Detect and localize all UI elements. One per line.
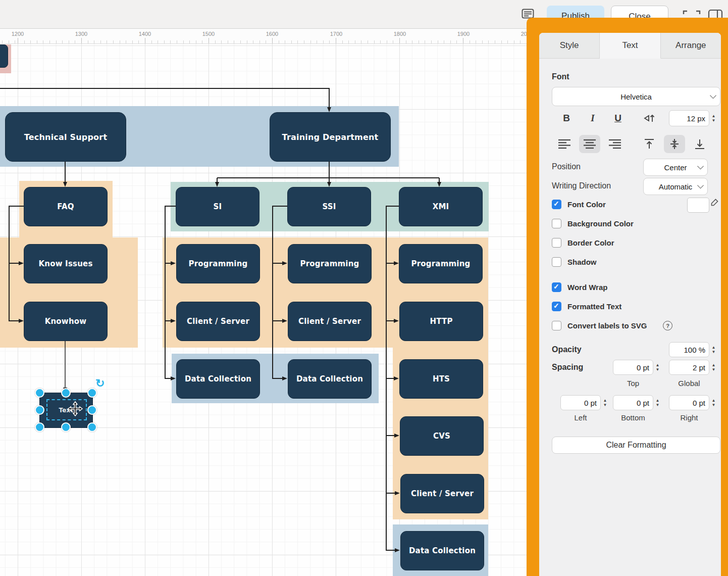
ruler-tick: 1600 (261, 31, 283, 37)
node-xmi-data-collection[interactable]: Data Collection (400, 531, 484, 570)
tab-text[interactable]: Text (600, 33, 660, 59)
underline-button[interactable]: U (611, 111, 625, 125)
chevron-down-icon (710, 92, 716, 99)
resize-handle-nw[interactable] (35, 388, 44, 398)
font-color-checkbox[interactable] (552, 200, 561, 209)
align-center-button[interactable] (579, 135, 600, 153)
node-faq[interactable]: FAQ (24, 187, 108, 226)
border-color-label: Border Color (567, 238, 614, 247)
font-family-select[interactable]: Helvetica (552, 87, 720, 106)
spacing-bottom-stepper[interactable]: ▲▼ (654, 395, 661, 410)
node-cutoff-left[interactable] (0, 44, 8, 68)
opacity-input[interactable]: 100 % (669, 342, 709, 357)
word-wrap-checkbox[interactable] (552, 282, 561, 292)
node-xmi[interactable]: XMI (399, 187, 483, 226)
node-ssi[interactable]: SSI (287, 187, 371, 226)
position-label: Position (552, 162, 581, 171)
spacing-global-stepper[interactable]: ▲▼ (710, 360, 717, 375)
node-si-data-collection[interactable]: Data Collection (176, 359, 260, 399)
shadow-checkbox[interactable] (552, 257, 561, 267)
formatted-text-checkbox[interactable] (552, 302, 561, 311)
font-size-input[interactable]: 12 px (669, 110, 709, 126)
spacing-global-input[interactable]: 2 pt (669, 360, 709, 375)
spacing-global-caption: Global (669, 379, 709, 388)
node-si-client-server[interactable]: Client / Server (176, 302, 260, 341)
border-color-checkbox[interactable] (552, 238, 561, 248)
resize-handle-sw[interactable] (35, 422, 44, 432)
node-cvs[interactable]: CVS (400, 416, 484, 456)
ruler-tick: 1400 (134, 31, 156, 37)
font-color-swatch[interactable] (687, 198, 709, 213)
valign-bottom-button[interactable] (689, 135, 710, 153)
spacing-top-stepper[interactable]: ▲▼ (654, 360, 661, 375)
tutorial-highlight-frame: Style Text Arrange Font Helvetica B I U … (527, 18, 728, 576)
spacing-left-stepper[interactable]: ▲▼ (602, 395, 608, 410)
node-ssi-programming[interactable]: Programming (288, 244, 372, 283)
format-panel: Style Text Arrange Font Helvetica B I U … (539, 33, 721, 576)
align-left-button[interactable] (554, 135, 575, 153)
horizontal-direction-icon (643, 112, 656, 124)
node-xmi-client-server[interactable]: Client / Server (400, 474, 484, 513)
align-right-button[interactable] (604, 135, 626, 153)
italic-button[interactable]: I (586, 111, 600, 125)
valign-top-button[interactable] (639, 135, 660, 153)
node-hts[interactable]: HTS (399, 359, 483, 399)
help-icon[interactable]: ? (663, 321, 672, 330)
spacing-top-input[interactable]: 0 pt (613, 360, 653, 375)
spacing-right-input[interactable]: 0 pt (669, 395, 709, 410)
eyedropper-icon[interactable] (710, 199, 718, 209)
ruler-tick: 1200 (7, 31, 29, 37)
move-cursor-icon (67, 401, 83, 419)
node-xmi-programming[interactable]: Programming (399, 244, 483, 283)
spacing-bottom-input[interactable]: 0 pt (613, 395, 653, 410)
stepper-down-icon[interactable]: ▼ (712, 350, 716, 354)
writing-direction-button[interactable] (642, 111, 657, 125)
spacing-right-stepper[interactable]: ▲▼ (710, 395, 717, 410)
ruler-tick: 1700 (325, 31, 347, 37)
node-http[interactable]: HTTP (399, 302, 483, 341)
tab-arrange[interactable]: Arrange (661, 33, 721, 58)
stepper-up-icon[interactable]: ▲ (712, 114, 716, 118)
stepper-down-icon[interactable]: ▼ (712, 119, 716, 123)
bold-button[interactable]: B (559, 111, 574, 125)
convert-labels-label: Convert labels to SVG (567, 321, 647, 330)
convert-labels-checkbox[interactable] (552, 321, 561, 330)
node-technical-support[interactable]: Technical Support (5, 112, 126, 162)
panel-tabs: Style Text Arrange (539, 33, 721, 59)
node-training-department[interactable]: Training Department (270, 112, 391, 162)
resize-handle-s[interactable] (61, 422, 71, 432)
font-color-label: Font Color (567, 200, 606, 209)
clear-formatting-button[interactable]: Clear Formatting (552, 437, 720, 454)
rotate-handle-icon[interactable]: ↻ (95, 377, 105, 390)
node-know-issues[interactable]: Know Issues (24, 244, 108, 283)
ruler-tick: 1900 (452, 31, 475, 37)
formatted-text-label: Formatted Text (567, 302, 621, 311)
opacity-stepper[interactable]: ▲▼ (710, 342, 717, 357)
spacing-top-caption: Top (613, 379, 653, 388)
node-si-programming[interactable]: Programming (176, 244, 260, 283)
font-section-label: Font (552, 72, 569, 81)
ruler-tick: 1500 (197, 31, 220, 37)
resize-handle-w[interactable] (35, 405, 44, 415)
valign-middle-button[interactable] (664, 135, 685, 153)
shadow-label: Shadow (567, 258, 597, 266)
background-color-label: Background Color (567, 219, 634, 228)
node-ssi-client-server[interactable]: Client / Server (288, 302, 372, 341)
ruler-tick: 1300 (70, 31, 92, 37)
node-knowhow[interactable]: Knowhow (24, 302, 108, 341)
resize-handle-e[interactable] (87, 405, 97, 415)
spacing-left-caption: Left (560, 413, 601, 422)
tab-style[interactable]: Style (539, 33, 600, 58)
spacing-left-input[interactable]: 0 pt (560, 395, 601, 410)
node-si[interactable]: SI (176, 187, 259, 226)
resize-handle-se[interactable] (87, 422, 97, 432)
position-select[interactable]: Center (643, 159, 708, 176)
resize-handle-n[interactable] (61, 388, 71, 398)
writing-direction-label: Writing Direction (552, 181, 611, 190)
stepper-up-icon[interactable]: ▲ (712, 346, 716, 350)
background-color-checkbox[interactable] (552, 219, 561, 228)
word-wrap-label: Word Wrap (567, 283, 607, 292)
node-ssi-data-collection[interactable]: Data Collection (288, 359, 372, 399)
font-size-stepper[interactable]: ▲▼ (710, 110, 717, 126)
writing-direction-select[interactable]: Automatic (643, 178, 708, 195)
